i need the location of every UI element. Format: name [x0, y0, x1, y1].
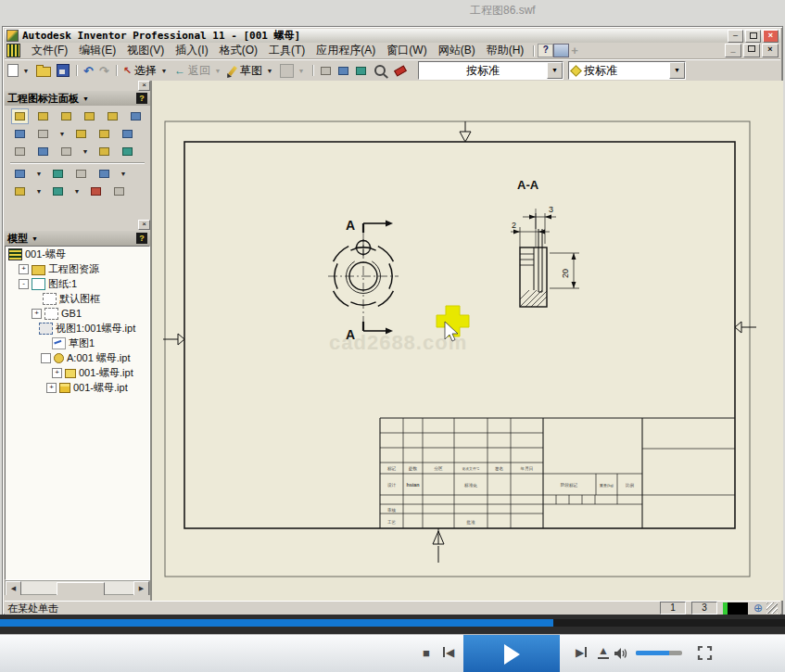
help-icon[interactable]: ? — [136, 93, 147, 104]
child-close-button[interactable]: × — [762, 44, 779, 57]
next-button[interactable]: ▶ — [571, 646, 591, 659]
datum-target-tool-icon[interactable] — [34, 144, 52, 159]
chevron-down-icon[interactable]: ▼ — [34, 188, 44, 195]
select-tool-button[interactable]: ↖选择▼ — [120, 62, 171, 80]
leader-text-tool-icon[interactable] — [119, 144, 136, 159]
revision-table-tool-icon[interactable] — [49, 184, 67, 199]
text-tool-icon[interactable] — [95, 144, 113, 159]
video-progress-track[interactable] — [0, 619, 785, 627]
scroll-left-button[interactable]: ◀ — [6, 581, 21, 596]
new-symbol-tool-icon[interactable] — [110, 184, 128, 199]
new-file-button[interactable]: ▼ — [5, 63, 33, 78]
expand-icon[interactable]: + — [52, 368, 62, 378]
chevron-down-icon[interactable]: ▼ — [34, 171, 44, 177]
undo-button[interactable]: ↶ — [81, 63, 96, 79]
model-panel-header[interactable]: 模型 ▼ ? — [5, 231, 150, 246]
hole-thread-note-tool-icon[interactable] — [81, 108, 98, 124]
open-button[interactable] — [33, 63, 54, 78]
expand-icon[interactable] — [41, 353, 51, 363]
close-button[interactable]: × — [763, 30, 779, 43]
centerline-tool-icon[interactable] — [34, 126, 52, 142]
tree-horizontal-scrollbar[interactable]: ◀ ▶ — [5, 580, 150, 595]
chevron-down-icon[interactable]: ▼ — [159, 68, 169, 74]
minimize-button[interactable]: – — [728, 30, 743, 43]
child-restore-button[interactable] — [743, 44, 760, 57]
close-icon[interactable]: × — [138, 81, 150, 91]
tree-item-sketch1[interactable]: 草图1 — [6, 336, 149, 350]
help-icon[interactable]: ? — [538, 44, 553, 57]
chevron-down-icon[interactable]: ▼ — [57, 131, 67, 137]
zoom-window-tool-icon[interactable] — [335, 63, 352, 79]
volume-icon[interactable] — [614, 647, 628, 664]
datum-identifier-tool-icon[interactable] — [11, 144, 29, 159]
eject-button[interactable]: ▲ — [595, 644, 612, 659]
drawing-canvas[interactable]: cad2688.com A A — [150, 81, 783, 601]
weld-symbol-tool-icon[interactable] — [72, 126, 90, 142]
center-mark-tool-icon[interactable] — [127, 108, 145, 124]
menu-insert[interactable]: 插入(I) — [170, 42, 213, 59]
chevron-down-icon[interactable]: ▼ — [21, 68, 31, 74]
expand-icon[interactable]: + — [19, 264, 29, 274]
menu-edit[interactable]: 编辑(E) — [73, 42, 121, 59]
chevron-down-icon[interactable]: ▼ — [119, 171, 128, 177]
baseline-dimension-tool-icon[interactable] — [34, 108, 52, 124]
tree-item-sheet[interactable]: - 图纸:1 — [6, 276, 149, 291]
collapse-icon[interactable]: - — [19, 279, 29, 289]
feature-control-frame-tool-icon[interactable] — [95, 126, 113, 142]
menu-applications[interactable]: 应用程序(A) — [310, 42, 381, 59]
layer-style-combobox[interactable]: 按标准 ▼ — [568, 61, 686, 80]
close-icon[interactable]: × — [138, 220, 150, 230]
balloon-tool-icon[interactable] — [11, 166, 29, 182]
orbit-tool-icon[interactable] — [352, 63, 370, 79]
tree-item-default-border[interactable]: 默认图框 — [6, 291, 149, 306]
collaborate-icon[interactable] — [553, 44, 569, 57]
sketch-button[interactable]: 草图▼ — [225, 62, 277, 80]
chevron-down-icon[interactable]: ▼ — [82, 95, 89, 102]
tree-item-root[interactable]: 001-螺母 — [6, 247, 149, 261]
annotation-panel-header[interactable]: 工程图标注面板 ▼ ? — [5, 91, 150, 106]
tree-item-drawing-resources[interactable]: + 工程图资源 — [6, 261, 149, 276]
redo-button[interactable]: ↷ — [96, 63, 112, 79]
resize-grip[interactable] — [766, 602, 778, 614]
symbol-tool-icon[interactable] — [87, 184, 105, 199]
previous-button[interactable]: ◀ — [439, 646, 458, 659]
help-icon[interactable]: ? — [136, 233, 147, 244]
standard-style-combobox[interactable]: 按标准 ▼ — [418, 61, 563, 80]
menu-window[interactable]: 窗口(W) — [381, 42, 432, 59]
pan-tool-icon[interactable] — [317, 63, 335, 79]
zoom-tool-button[interactable] — [370, 62, 390, 79]
volume-slider[interactable] — [636, 651, 682, 655]
menu-tools[interactable]: 工具(T) — [263, 42, 310, 59]
general-dimension-tool-icon[interactable] — [11, 108, 29, 124]
chevron-down-icon[interactable]: ▼ — [669, 62, 685, 79]
menu-format[interactable]: 格式(O) — [214, 42, 263, 59]
ordinate-dimension-tool-icon[interactable] — [57, 108, 75, 124]
play-button[interactable] — [463, 635, 560, 672]
scroll-right-button[interactable]: ▶ — [133, 581, 149, 596]
chevron-down-icon[interactable]: ▼ — [72, 188, 82, 195]
tree-item-section-a[interactable]: A:001 螺母.ipt — [6, 350, 149, 365]
child-minimize-button[interactable]: _ — [725, 44, 741, 57]
expand-icon[interactable]: + — [32, 309, 42, 319]
tree-item-view1[interactable]: 视图1:001螺母.ipt — [6, 321, 149, 336]
tree-item-part[interactable]: + 001-螺母.ipt — [6, 380, 149, 395]
menu-web[interactable]: 网站(B) — [433, 42, 481, 59]
feature-id-tool-icon[interactable] — [119, 126, 136, 142]
tree-item-part-ref[interactable]: + 001-螺母.ipt — [6, 365, 149, 380]
expand-icon[interactable]: + — [46, 383, 57, 393]
hole-table-tool-icon[interactable] — [95, 166, 113, 182]
chevron-down-icon[interactable]: ▼ — [265, 68, 274, 74]
leader-tool-icon[interactable] — [57, 144, 75, 159]
surface-texture-tool-icon[interactable] — [11, 126, 29, 142]
menu-view[interactable]: 视图(V) — [121, 42, 170, 59]
style-brush-button[interactable] — [390, 63, 411, 79]
hatch-region-tool-icon[interactable] — [11, 184, 29, 199]
restore-button[interactable] — [745, 30, 761, 43]
tree-item-gb1[interactable]: + GB1 — [6, 306, 149, 321]
update-button[interactable]: ▼ — [277, 63, 309, 79]
return-button[interactable]: ←返回▼ — [171, 62, 225, 80]
save-button[interactable] — [54, 63, 72, 78]
menu-help[interactable]: 帮助(H) — [481, 42, 530, 59]
fullscreen-button[interactable] — [697, 645, 713, 665]
chevron-down-icon[interactable]: ▼ — [547, 62, 563, 79]
